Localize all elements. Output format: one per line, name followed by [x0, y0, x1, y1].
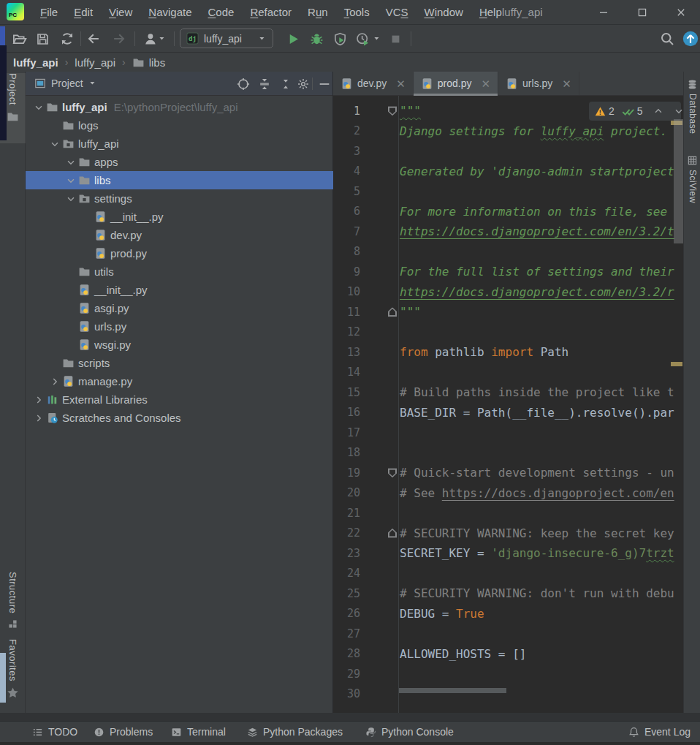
- profiler-button[interactable]: [354, 30, 371, 48]
- toolwindow-button-python-packages[interactable]: Python Packages: [247, 722, 343, 742]
- code-text: ALLOWED_HOSTS = []: [398, 647, 526, 661]
- chevron-right-icon[interactable]: [47, 376, 61, 387]
- tree-row-scratches-and-consoles[interactable]: Scratches and Consoles: [26, 409, 333, 427]
- update-available-button[interactable]: [682, 30, 699, 48]
- fold-marker-icon[interactable]: [388, 307, 397, 317]
- tab-close-icon[interactable]: ✕: [396, 78, 406, 89]
- chevron-right-icon[interactable]: [31, 394, 45, 406]
- tree-row-dev-py[interactable]: dev.py: [26, 226, 333, 244]
- tree-row-prod-py[interactable]: prod.py: [26, 244, 333, 262]
- fold-marker-icon[interactable]: [388, 529, 397, 538]
- fold-gutter: [360, 322, 398, 343]
- toolwindow-button-python-console[interactable]: Python Console: [365, 722, 454, 742]
- tree-row--init-py[interactable]: __init__.py: [26, 208, 333, 226]
- chevron-down-icon[interactable]: [31, 102, 45, 113]
- run-button[interactable]: [284, 30, 302, 48]
- menu-file[interactable]: File: [32, 0, 66, 24]
- vertical-scrollbar[interactable]: [674, 119, 683, 243]
- tree-row-wsgi-py[interactable]: wsgi.py: [26, 336, 333, 354]
- run-configuration-select[interactable]: dj luffy_api: [180, 29, 273, 48]
- chevron-down-icon[interactable]: [47, 138, 61, 150]
- code-line-4: 4Generated by 'django-admin startproject: [333, 162, 683, 182]
- forward-button[interactable]: [110, 30, 128, 48]
- stop-button[interactable]: [387, 30, 404, 48]
- tab-prod-py[interactable]: prod.py✕: [414, 72, 498, 95]
- menu-window[interactable]: Window: [416, 0, 471, 24]
- prev-problem-button[interactable]: [653, 106, 663, 116]
- tree-row-luffy-api[interactable]: luffy_apiE:\pythonProject\luffy_api: [26, 98, 333, 116]
- breadcrumb-item[interactable]: libs: [149, 56, 166, 69]
- tree-row-asgi-py[interactable]: asgi.py: [26, 299, 333, 317]
- fold-marker-icon[interactable]: [388, 468, 397, 477]
- project-panel-header: Project: [26, 72, 332, 96]
- chevron-down-icon[interactable]: [64, 156, 77, 168]
- inspections-widget[interactable]: 2 5: [589, 102, 681, 121]
- breadcrumb-item[interactable]: luffy_api: [75, 56, 115, 69]
- menu-navigate[interactable]: Navigate: [140, 0, 199, 24]
- open-folder-button[interactable]: [11, 30, 28, 48]
- chevron-down-icon[interactable]: [64, 193, 77, 205]
- tree-row-apps[interactable]: apps: [26, 153, 333, 171]
- toolwindow-button-problems[interactable]: Problems: [94, 722, 153, 742]
- error-stripe-mark[interactable]: [671, 362, 682, 366]
- stripe-button-database[interactable]: Database: [684, 79, 700, 134]
- toolwindow-button-terminal[interactable]: Terminal: [171, 722, 226, 742]
- tab-urls-py[interactable]: urls.py✕: [498, 72, 579, 95]
- profiler-dropdown[interactable]: [371, 30, 383, 48]
- close-button[interactable]: [661, 0, 700, 24]
- back-button[interactable]: [85, 30, 102, 48]
- panel-settings-button[interactable]: [297, 77, 310, 91]
- tree-row-urls-py[interactable]: urls.py: [26, 317, 333, 336]
- horizontal-scrollbar[interactable]: [399, 688, 506, 693]
- user-profile-button[interactable]: [140, 30, 170, 48]
- chevron-down-icon[interactable]: [64, 175, 77, 186]
- code-line-28: 28ALLOWED_HOSTS = []: [333, 644, 683, 665]
- line-number: 21: [333, 507, 360, 520]
- menu-run[interactable]: Run: [300, 0, 336, 24]
- menu-view[interactable]: View: [101, 0, 140, 24]
- menu-refactor[interactable]: Refactor: [242, 0, 300, 24]
- chevron-down-icon[interactable]: [88, 79, 97, 88]
- tree-row-utils[interactable]: utils: [26, 262, 333, 281]
- toolwindow-button-event-log[interactable]: Event Log: [628, 722, 691, 742]
- chevron-right-icon[interactable]: [31, 412, 45, 424]
- next-problem-button[interactable]: [674, 106, 683, 116]
- breadcrumb-item[interactable]: luffy_api: [13, 56, 58, 69]
- save-all-button[interactable]: [34, 30, 51, 48]
- run-coverage-button[interactable]: [331, 30, 349, 48]
- editor-body[interactable]: 1"""2Django settings for luffy_api proje…: [333, 96, 683, 713]
- tree-row-logs[interactable]: logs: [26, 116, 333, 135]
- fold-marker-icon[interactable]: [388, 106, 397, 116]
- collapse-all-button[interactable]: [258, 77, 271, 91]
- expand-collapse-button[interactable]: [279, 77, 292, 91]
- code-text: https://docs.djangoproject.com/en/3.2/t: [398, 224, 674, 238]
- tree-row-libs[interactable]: libs: [26, 171, 333, 189]
- menu-vcs[interactable]: VCS: [378, 0, 416, 24]
- search-everywhere-button[interactable]: [658, 30, 676, 48]
- code-text: # SECURITY WARNING: don't run with debu: [398, 586, 674, 600]
- sync-button[interactable]: [58, 30, 76, 48]
- menu-tools[interactable]: Tools: [336, 0, 378, 24]
- tree-row-manage-py[interactable]: manage.py: [26, 372, 333, 390]
- tree-row-settings[interactable]: settings: [26, 189, 333, 208]
- tree-row--init-py[interactable]: __init__.py: [26, 281, 333, 299]
- tab-close-icon[interactable]: ✕: [482, 78, 491, 89]
- menu-code[interactable]: Code: [200, 0, 243, 24]
- tab-dev-py[interactable]: dev.py✕: [333, 72, 414, 95]
- minimize-button[interactable]: [584, 0, 623, 24]
- toolwindow-button-todo[interactable]: TODO: [32, 722, 77, 742]
- debug-button[interactable]: [308, 30, 325, 48]
- tree-row-scripts[interactable]: scripts: [26, 354, 333, 372]
- stripe-button-sciview[interactable]: SciView: [684, 155, 700, 203]
- maximize-button[interactable]: [623, 0, 661, 24]
- hide-panel-button[interactable]: [318, 77, 331, 91]
- stripe-button-structure[interactable]: Structure: [0, 572, 26, 638]
- editor-area: dev.py✕prod.py✕urls.py✕ 1"""2Django sett…: [333, 72, 683, 713]
- locate-file-button[interactable]: [237, 77, 250, 91]
- tree-row-luffy-api[interactable]: luffy_api: [26, 135, 333, 153]
- line-number: 22: [333, 526, 360, 540]
- menu-edit[interactable]: Edit: [66, 0, 101, 24]
- tree-row-external-libraries[interactable]: External Libraries: [26, 390, 333, 409]
- tab-close-icon[interactable]: ✕: [562, 78, 571, 89]
- fold-gutter: [360, 162, 398, 182]
